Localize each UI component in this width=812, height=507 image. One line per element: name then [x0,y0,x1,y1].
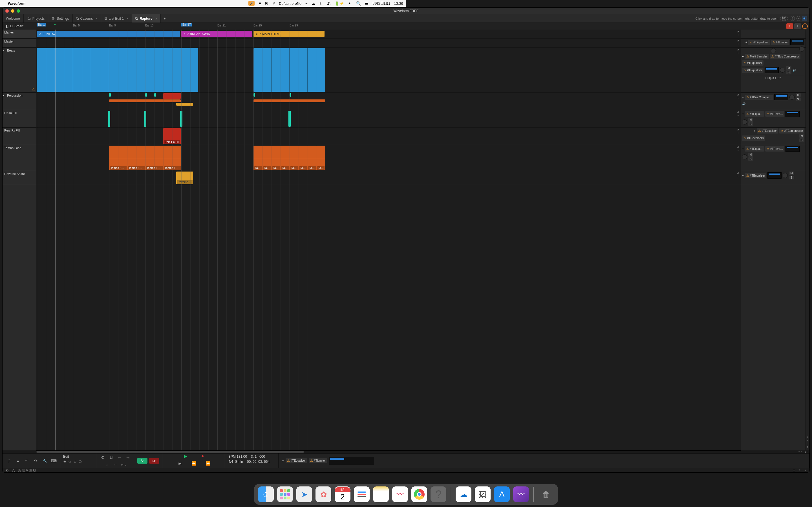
lane-percussion[interactable]: A+ [36,93,406,110]
folder-icon: 🗀 [27,16,31,20]
arrange-area: Marker Master ▸Beats⚠ ▾Percussion Drum F… [3,30,406,253]
clip-label: Ta… [290,166,298,170]
tab-projects[interactable]: 🗀Projects [24,14,48,22]
lanes-area[interactable]: ♫1 INTRO ♫2 BREAKDOWN ♫3 MAIN THEME A+ A… [36,30,406,253]
lane-reverse[interactable]: Reverse … A+ [36,171,406,185]
edit-icon: ⧉ [76,16,79,21]
battery-icon[interactable]: 🔋⚡ [335,1,344,6]
tab-rapture[interactable]: ⧉Rapture× [132,14,161,22]
perc-yellow[interactable] [176,103,193,106]
moon-icon[interactable]: ☾ [319,1,323,6]
cloud-icon[interactable]: ☁ [312,1,315,6]
menu-extra-icon[interactable]: ≡ [259,1,261,6]
wifi-icon[interactable]: ᯤ [348,1,352,6]
profile-icon[interactable]: ⎘ [273,1,275,6]
add-tab-button[interactable]: + [161,14,168,22]
tab-bar: Welcome 🗀Projects ⚙Settings ⧉Caverns× ⧉t… [3,14,406,23]
close-tab-icon[interactable]: × [96,17,97,20]
perc-red[interactable] [163,93,181,99]
perc-orange-2[interactable] [253,100,325,102]
clip-tambo-s[interactable]: Ta… [253,146,262,170]
note-icon: ♫ [39,33,42,36]
clip-label: Ta… [281,166,289,170]
lane-marker[interactable]: ♫1 INTRO ♫2 BREAKDOWN ♫3 MAIN THEME A+ [36,30,406,39]
tool-row: ◧ ⊔ Smart ▾ Bar 1Bar 5Bar 9Bar 13Bar 17B… [3,23,406,30]
ime-icon[interactable]: あ [327,1,331,6]
track-header-percussion[interactable]: ▾Percussion [3,93,36,110]
lane-percfx[interactable]: Perc FX Fill A+ [36,128,406,145]
clip-tambo-s[interactable]: Ta… [299,146,308,170]
edit-icon: ⧉ [105,16,107,21]
tab-welcome[interactable]: Welcome [3,14,24,22]
track-header-marker[interactable]: Marker [3,30,36,39]
menu-extra2-icon[interactable]: ⌁ [305,1,308,6]
close-tab-icon[interactable]: × [155,17,157,20]
close-tab-icon[interactable]: × [126,17,128,20]
track-header-drumfill[interactable]: Drum Fill [3,110,36,128]
mac-menubar: Waveform 🎤 ≡ ⛨ ⎘ Default profile ⌁ ☁ ☾ あ… [0,0,406,7]
marker-maintheme[interactable]: ♫3 MAIN THEME [253,31,324,37]
app-name[interactable]: Waveform [8,1,26,6]
menubar-time[interactable]: 13:39 [394,1,403,6]
perc-orange-1[interactable] [109,100,181,102]
gear-icon: ⚙ [52,16,55,20]
clip-label: Ta… [254,166,262,170]
marker-intro[interactable]: ♫1 INTRO [37,31,180,37]
clip-tambo-s[interactable]: Ta… [317,146,325,170]
close-icon[interactable] [5,9,9,13]
menubar-date[interactable]: 8月2日(金) [372,1,390,6]
smart-tool-label[interactable]: Smart [14,24,23,28]
track-header-beats[interactable]: ▸Beats⚠ [3,48,36,93]
clip-beats-2[interactable] [253,48,325,92]
chevron-right-icon[interactable]: ▸ [3,49,4,52]
mic-indicator-icon[interactable]: 🎤 [248,1,255,6]
chevron-down-icon[interactable]: ▾ [3,94,4,97]
profile-label[interactable]: Default profile [279,1,301,6]
track-header-reverse[interactable]: Reverse Snare [3,171,36,185]
tab-test-edit[interactable]: ⧉test Edit 1× [101,14,132,22]
window-traffic-lights[interactable] [5,9,20,13]
lane-tambo[interactable]: Tambo L… Tambo L… Tambo L… Tambo L… Ta… … [36,145,406,171]
clip-label: Ta… [317,166,324,170]
edit-icon: ⧉ [135,16,138,21]
playhead-marker-icon[interactable]: ▾ [54,23,57,25]
shield-icon[interactable]: ⛨ [265,1,269,6]
track-header-master[interactable]: Master [3,39,36,48]
app-window: Waveform FREE Welcome 🗀Projects ⚙Setting… [2,7,406,253]
track-header-column: Marker Master ▸Beats⚠ ▾Percussion Drum F… [3,30,36,253]
magnet-icon[interactable]: ⊔ [10,24,13,28]
clip-reverse[interactable]: Reverse … [176,172,193,184]
maximize-icon[interactable] [17,9,20,13]
search-icon[interactable]: 🔍 [356,1,361,6]
clip-label: Ta… [299,166,307,170]
clip-percfx[interactable]: Perc FX Fill [163,128,181,144]
note-icon: ♫ [256,33,258,36]
track-header-tambo[interactable]: Tambo Loop [3,145,36,171]
panel-icon[interactable]: ◧ [5,24,8,28]
control-center-icon[interactable]: ☰ [365,1,368,6]
lane-beats[interactable]: A+ [36,48,406,93]
plus-icon: + [163,17,165,20]
warning-icon: ⚠ [32,87,35,91]
note-icon: ♫ [184,33,186,36]
track-header-percfx[interactable]: Perc Fx Fill [3,128,36,145]
clip-label: Ta… [308,166,316,170]
clip-label: Perc FX Fill [164,140,180,144]
lane-drumfill[interactable]: A+ [36,110,406,128]
minimize-icon[interactable] [11,9,14,13]
clip-label: Ta… [272,166,280,170]
clip-tambo-s[interactable]: Ta… [281,146,290,170]
lane-master[interactable]: A+ [36,39,406,48]
timeline-ruler[interactable]: ▾ Bar 1Bar 5Bar 9Bar 13Bar 17Bar 21Bar 2… [36,23,406,30]
window-title: Waveform FREE [393,9,406,13]
clip-label: Ta… [263,166,271,170]
window-titlebar: Waveform FREE [3,8,406,14]
clip-tambo-s[interactable]: Ta… [290,146,299,170]
clip-tambo-s[interactable]: Ta… [271,146,281,170]
clip-beats-1[interactable] [37,48,198,92]
tab-caverns[interactable]: ⧉Caverns× [73,14,101,22]
marker-breakdown[interactable]: ♫2 BREAKDOWN [181,31,252,37]
tab-settings[interactable]: ⚙Settings [48,14,72,22]
clip-tambo-s[interactable]: Ta… [308,146,317,170]
clip-tambo-s[interactable]: Ta… [262,146,271,170]
